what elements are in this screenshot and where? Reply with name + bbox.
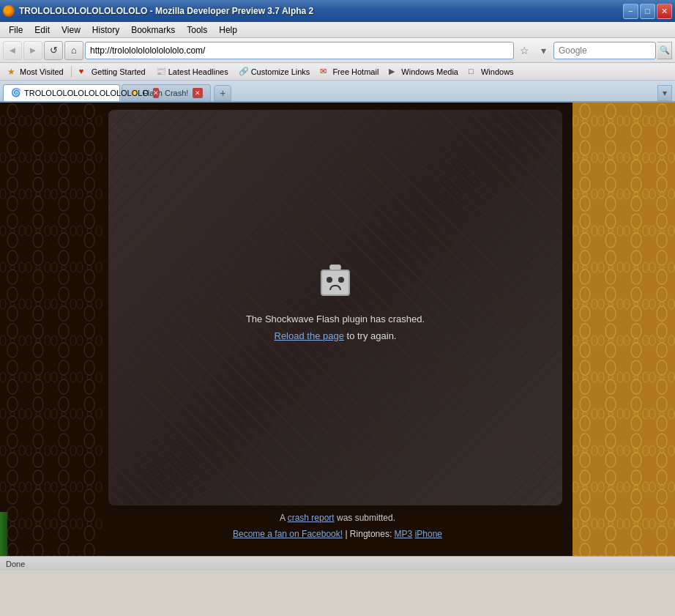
bookmark-label: Free Hotmail [332, 67, 378, 76]
headlines-icon: 📰 [156, 67, 166, 77]
menu-view[interactable]: View [56, 23, 86, 37]
tab-active-label: TROLOLOLOLOLOLOLOLOLOLO [24, 89, 149, 97]
search-input[interactable] [553, 42, 656, 59]
menu-tools[interactable]: Tools [181, 23, 213, 37]
close-button[interactable]: ✕ [657, 4, 672, 19]
svg-rect-6 [0, 103, 102, 556]
status-text: Done [6, 560, 25, 568]
menu-help[interactable]: Help [213, 23, 243, 37]
status-bar: Done [0, 556, 675, 571]
media-icon: ▶ [389, 67, 399, 77]
tab-scroll-button[interactable]: ▾ [657, 85, 672, 101]
grass-decoration [0, 512, 7, 556]
bookmark-label: Getting Started [92, 67, 146, 76]
crash-message-line1: The Shockwave Flash plugin has crashed. [246, 312, 425, 327]
lego-head [321, 270, 350, 296]
crash-message-line2: Reload the page to try again. [275, 329, 397, 344]
bg-left [0, 103, 102, 556]
bookmark-label: Customize Links [251, 67, 310, 76]
menu-bar: File Edit View History Bookmarks Tools H… [0, 22, 675, 38]
menu-edit[interactable]: Edit [29, 23, 56, 37]
dropdown-icon[interactable]: ▾ [534, 42, 552, 59]
bookmark-getting-started[interactable]: ♥ Getting Started [75, 65, 150, 78]
tab-active[interactable]: 🌀 TROLOLOLOLOLOLOLOLOLOLO ✕ [3, 84, 120, 101]
maximize-button[interactable]: □ [640, 4, 655, 19]
sad-lego-icon [318, 270, 352, 302]
tab-favicon-icon: 🌀 [11, 88, 21, 98]
browser-logo-icon [3, 5, 15, 17]
bookmarks-bar: ★ Most Visited ♥ Getting Started 📰 Lates… [0, 63, 675, 81]
crash-report-link[interactable]: crash report [288, 513, 335, 523]
new-tab-button[interactable]: + [214, 85, 231, 101]
bookmark-free-hotmail[interactable]: ✉ Free Hotmail [316, 65, 383, 78]
menu-history[interactable]: History [86, 23, 125, 37]
lego-eye-right [338, 277, 344, 283]
back-button[interactable]: ◄ [3, 41, 22, 60]
menu-file[interactable]: File [3, 23, 29, 37]
bookmark-label: Windows Media [401, 67, 458, 76]
link-icon: 🔗 [239, 67, 249, 77]
bookmark-label: Latest Headlines [168, 67, 228, 76]
social-links-row: Become a fan on Facebook! | Ringtones: M… [233, 529, 442, 539]
reload-button[interactable]: ↺ [44, 41, 63, 60]
tab-bar: 🌀 TROLOLOLOLOLOLOLOLOLOLO ✕ ⚡ Flash Cras… [0, 81, 675, 103]
flash-crash-container: The Shockwave Flash plugin has crashed. … [108, 110, 562, 505]
facebook-link[interactable]: Become a fan on Facebook! [233, 529, 343, 539]
iphone-link[interactable]: iPhone [415, 529, 442, 539]
bookmark-label: Windows [481, 67, 514, 76]
crash-suffix: to try again. [347, 330, 397, 341]
bookmark-separator [71, 66, 72, 78]
damask-left-pattern [0, 103, 102, 556]
svg-rect-15 [573, 103, 675, 556]
minimize-button[interactable]: − [623, 4, 638, 19]
flash-crash-content: The Shockwave Flash plugin has crashed. … [246, 270, 425, 346]
crash-report-text: A crash report was submitted. [280, 513, 395, 523]
bookmark-latest-headlines[interactable]: 📰 Latest Headlines [152, 65, 233, 78]
bottom-section: A crash report was submitted. Become a f… [102, 513, 573, 539]
hotmail-icon: ✉ [320, 67, 330, 77]
address-bar-input[interactable] [85, 42, 514, 59]
bg-right [573, 103, 675, 556]
mp3-link[interactable]: MP3 [395, 529, 413, 539]
windows-icon: □ [469, 67, 479, 77]
damask-right-pattern [573, 103, 675, 556]
page-content: The Shockwave Flash plugin has crashed. … [0, 103, 675, 556]
crash-report-suffix: was submitted. [335, 513, 395, 523]
star-icon: ★ [7, 67, 18, 77]
bookmark-customize-links[interactable]: 🔗 Customize Links [234, 65, 315, 78]
menu-bookmarks[interactable]: Bookmarks [125, 23, 181, 37]
lego-mouth [329, 285, 341, 290]
tab-close-inactive[interactable]: ✕ [193, 88, 203, 98]
reload-link[interactable]: Reload the page [275, 330, 344, 341]
bookmark-star-icon[interactable]: ☆ [515, 42, 533, 59]
lego-stud [329, 264, 341, 270]
navigation-bar: ◄ ► ↺ ⌂ ☆ ▾ 🔍 [0, 38, 675, 63]
bookmark-label: Most Visited [20, 67, 64, 76]
forward-button[interactable]: ► [23, 41, 42, 60]
lego-eye-left [327, 277, 332, 283]
bookmark-most-visited[interactable]: ★ Most Visited [3, 65, 68, 78]
bookmark-windows-media[interactable]: ▶ Windows Media [384, 65, 463, 78]
home-button[interactable]: ⌂ [64, 41, 83, 60]
bookmark-windows[interactable]: □ Windows [464, 65, 518, 78]
ringtones-label: | Ringtones: [345, 529, 392, 539]
crash-report-prefix: A [280, 513, 288, 523]
search-button[interactable]: 🔍 [657, 42, 672, 59]
tab-close-active[interactable]: ✕ [153, 88, 159, 98]
tab-inactive-label: Flash Crash! [143, 89, 188, 97]
window-title: TROLOLOLOLOLOLOLOLOLO - Mozilla Develope… [19, 6, 622, 16]
title-bar: TROLOLOLOLOLOLOLOLOLO - Mozilla Develope… [0, 0, 675, 22]
getting-started-icon: ♥ [79, 67, 89, 77]
